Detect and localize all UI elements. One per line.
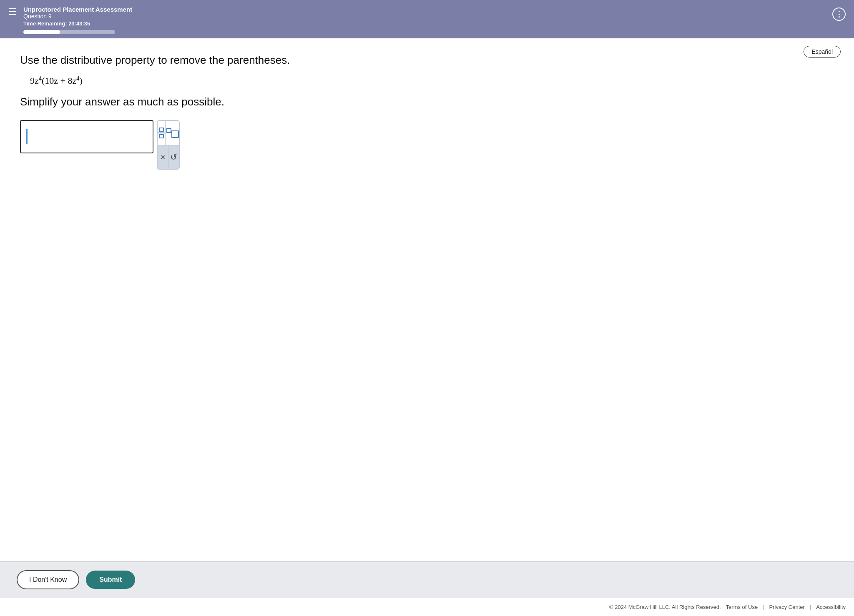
privacy-center-link[interactable]: Privacy Center bbox=[769, 604, 805, 610]
main-content: Español Use the distributive property to… bbox=[0, 38, 854, 561]
text-cursor bbox=[26, 129, 28, 144]
progress-bar-container bbox=[23, 30, 115, 34]
header-left: ☰ Unproctored Placement Assessment Quest… bbox=[8, 6, 132, 34]
undo-button[interactable]: ↺ bbox=[168, 145, 179, 169]
keyboard-top-row bbox=[158, 121, 179, 145]
footer-bar: I Don't Know Submit bbox=[0, 561, 854, 598]
clear-button[interactable]: × bbox=[158, 145, 168, 169]
answer-section: × ↺ bbox=[20, 120, 834, 170]
header-text: Unproctored Placement Assessment Questio… bbox=[23, 6, 132, 34]
time-remaining: Time Remaining: 23:43:35 bbox=[23, 20, 132, 27]
fraction-bottom bbox=[159, 134, 164, 138]
fraction-line bbox=[158, 133, 165, 133]
header-right: ⋮ bbox=[832, 8, 846, 21]
fraction-icon bbox=[158, 128, 165, 138]
superscript-icon bbox=[166, 128, 179, 138]
super-box-main bbox=[171, 130, 179, 138]
math-keyboard: × ↺ bbox=[157, 120, 180, 170]
superscript-button[interactable] bbox=[166, 121, 179, 145]
progress-bar-fill bbox=[23, 30, 60, 34]
more-options-icon[interactable]: ⋮ bbox=[832, 8, 846, 21]
dont-know-button[interactable]: I Don't Know bbox=[17, 570, 79, 589]
keyboard-bottom-row: × ↺ bbox=[158, 145, 179, 169]
terms-of-use-link[interactable]: Terms of Use bbox=[726, 604, 758, 610]
espanol-button[interactable]: Español bbox=[804, 46, 841, 58]
assessment-title: Unproctored Placement Assessment bbox=[23, 6, 132, 13]
super-box-small bbox=[166, 128, 171, 133]
question-instruction: Use the distributive property to remove … bbox=[20, 53, 834, 68]
math-expression: 9z4(10z + 8z4) bbox=[30, 75, 834, 86]
answer-input-box[interactable] bbox=[20, 120, 153, 153]
header: ☰ Unproctored Placement Assessment Quest… bbox=[0, 0, 854, 38]
fraction-button[interactable] bbox=[158, 121, 166, 145]
question-number: Question 9 bbox=[23, 13, 132, 20]
page-footer: © 2024 McGraw Hill LLC. All Rights Reser… bbox=[0, 598, 854, 616]
separator-2: | bbox=[810, 604, 811, 610]
question-sub-instruction: Simplify your answer as much as possible… bbox=[20, 95, 834, 108]
fraction-top bbox=[159, 128, 164, 132]
submit-button[interactable]: Submit bbox=[86, 571, 135, 589]
copyright-text: © 2024 McGraw Hill LLC. All Rights Reser… bbox=[609, 604, 721, 610]
separator-1: | bbox=[763, 604, 764, 610]
accessibility-link[interactable]: Accessibility bbox=[816, 604, 846, 610]
menu-icon[interactable]: ☰ bbox=[8, 8, 17, 17]
